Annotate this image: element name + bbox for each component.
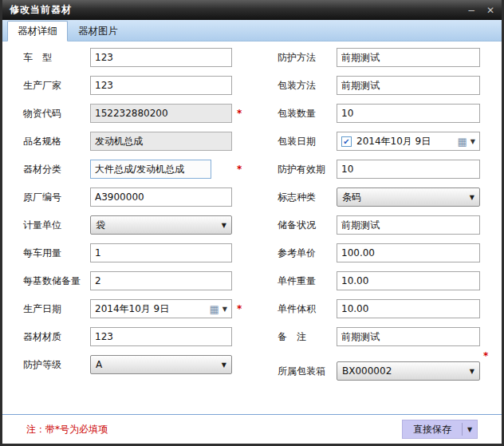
field-row-ref-unit-price: 参考单价 [278, 243, 502, 262]
packing-date-checkbox[interactable]: ✔ [341, 136, 352, 147]
unit-combo[interactable]: 袋 ▼ [90, 215, 232, 235]
field-label: 品名规格 [23, 135, 90, 148]
combo-value: 条码 [342, 191, 361, 204]
unit-weight-input[interactable] [337, 271, 480, 290]
oem-number-input[interactable] [90, 187, 232, 207]
field-row-packing-method: 包装方法 [278, 76, 502, 95]
packing-method-input[interactable] [337, 76, 480, 95]
field-row-per-base-reserve: 每基数储备量 [23, 271, 256, 290]
save-menu-arrow-icon[interactable]: ▼ [463, 426, 477, 433]
reserve-status-input[interactable] [337, 215, 480, 235]
calendar-icon: ▦ [458, 136, 467, 147]
ref-unit-price-input[interactable] [337, 243, 480, 262]
dialog-window: 修改当前器材 − ✕ 器材详细 器材图片 车 型 生产厂家 物资代码 * [0, 0, 504, 446]
date-value: 2014年10月 9日 [356, 135, 431, 148]
tab-equipment-picture[interactable]: 器材图片 [69, 22, 128, 41]
save-split-button[interactable]: 直接保存 ▼ [402, 420, 478, 439]
field-label: 储备状况 [278, 219, 337, 232]
field-row-packing-date: 包装日期 ✔ 2014年10月 9日 ▦ ▼ [278, 132, 502, 151]
chevron-down-icon: ▼ [222, 222, 226, 229]
protection-grade-combo[interactable]: A ▼ [90, 355, 232, 374]
required-asterisk: * [483, 350, 488, 361]
material-code-input [90, 104, 232, 123]
field-row-unit: 计量单位 袋 ▼ [23, 215, 256, 235]
remarks-input[interactable] [337, 327, 480, 346]
protection-validity-input[interactable] [337, 160, 480, 179]
field-label: 器材分类 [23, 163, 90, 176]
form-column-left: 车 型 生产厂家 物资代码 * 品名规格 器材分类 * [2, 48, 256, 389]
field-label: 单件体积 [278, 302, 337, 316]
protection-method-input[interactable] [337, 48, 480, 67]
combo-value: BX000002 [342, 365, 392, 377]
field-row-equipment-category: 器材分类 * [23, 160, 256, 179]
field-row-protection-method: 防护方法 [278, 48, 502, 67]
field-row-manufacturer: 生产厂家 [23, 76, 256, 95]
field-row-oem-number: 原厂编号 [23, 187, 256, 207]
manufacturer-input[interactable] [90, 76, 232, 95]
field-row-material-texture: 器材材质 [23, 327, 256, 346]
required-asterisk: * [237, 303, 242, 314]
form-column-right: 防护方法 包装方法 包装数量 包装日期 ✔ 2014年10月 9日 ▦ ▼ [256, 48, 502, 389]
minimize-icon[interactable]: − [467, 6, 475, 15]
material-texture-input[interactable] [90, 327, 232, 346]
field-row-unit-volume: 单件体积 [278, 299, 502, 318]
field-label: 包装日期 [278, 135, 337, 148]
packing-box-combo[interactable]: BX000002 ▼ [337, 361, 480, 381]
field-label: 生产厂家 [23, 79, 90, 93]
tab-strip: 器材详细 器材图片 [2, 20, 502, 41]
window-controls: − ✕ [467, 6, 494, 15]
equipment-category-input[interactable] [90, 160, 211, 179]
chevron-down-icon: ▼ [470, 368, 474, 375]
close-icon[interactable]: ✕ [486, 6, 494, 15]
chevron-down-icon: ▼ [471, 138, 475, 145]
field-label: 防护方法 [278, 51, 337, 65]
chevron-down-icon: ▼ [222, 306, 227, 313]
field-label: 单件重量 [278, 274, 337, 288]
packing-qty-input[interactable] [337, 104, 480, 123]
field-row-protection-validity: 防护有效期 [278, 160, 502, 179]
field-label: 包装方法 [278, 79, 337, 93]
required-note: 注：带*号为必填项 [26, 423, 108, 436]
combo-value: 袋 [96, 219, 105, 232]
field-row-reserve-status: 储备状况 [278, 215, 502, 235]
field-row-packing-qty: 包装数量 [278, 104, 502, 123]
field-label: 生产日期 [23, 302, 90, 316]
per-vehicle-qty-input[interactable] [90, 243, 232, 262]
field-row-unit-weight: 单件重量 [278, 271, 502, 290]
product-spec-input [90, 132, 232, 151]
field-row-per-vehicle-qty: 每车用量 [23, 243, 256, 262]
field-label: 计量单位 [23, 219, 90, 232]
field-label: 所属包装箱 [278, 365, 337, 378]
combo-value: A [96, 359, 102, 370]
equipment-form: 车 型 生产厂家 物资代码 * 品名规格 器材分类 * [2, 41, 502, 389]
field-label: 车 型 [23, 51, 90, 65]
tab-equipment-detail[interactable]: 器材详细 [7, 21, 68, 41]
unit-volume-input[interactable] [337, 299, 480, 318]
production-date-picker[interactable]: 2014年10月 9日 ▦ ▼ [90, 299, 232, 318]
field-row-protection-grade: 防护等级 A ▼ [23, 355, 256, 374]
vehicle-model-input[interactable] [90, 48, 232, 67]
field-row-mark-type: 标志种类 条码 ▼ [278, 187, 502, 207]
field-label: 原厂编号 [23, 191, 90, 204]
required-asterisk: * [237, 108, 242, 119]
field-label: 包装数量 [278, 107, 337, 120]
packing-date-picker[interactable]: ✔ 2014年10月 9日 ▦ ▼ [337, 132, 480, 151]
per-base-reserve-input[interactable] [90, 271, 232, 290]
field-row-production-date: 生产日期 2014年10月 9日 ▦ ▼ * [23, 299, 256, 318]
field-label: 备 注 [278, 330, 337, 344]
save-button[interactable]: 直接保存 [403, 423, 462, 436]
field-label: 每基数储备量 [23, 274, 90, 288]
calendar-icon: ▦ [210, 304, 219, 314]
field-label: 防护等级 [23, 358, 90, 372]
mark-type-combo[interactable]: 条码 ▼ [337, 187, 480, 207]
field-label: 每车用量 [23, 247, 90, 260]
window-title: 修改当前器材 [10, 3, 72, 17]
field-row-product-spec: 品名规格 [23, 132, 256, 151]
title-bar: 修改当前器材 − ✕ [2, 0, 502, 20]
chevron-down-icon: ▼ [222, 361, 226, 369]
field-label: 参考单价 [278, 247, 337, 260]
field-label: 防护有效期 [278, 163, 337, 176]
chevron-down-icon: ▼ [470, 194, 474, 201]
field-label: 器材材质 [23, 330, 90, 344]
footer-bar: 注：带*号为必填项 直接保存 ▼ [2, 414, 502, 444]
